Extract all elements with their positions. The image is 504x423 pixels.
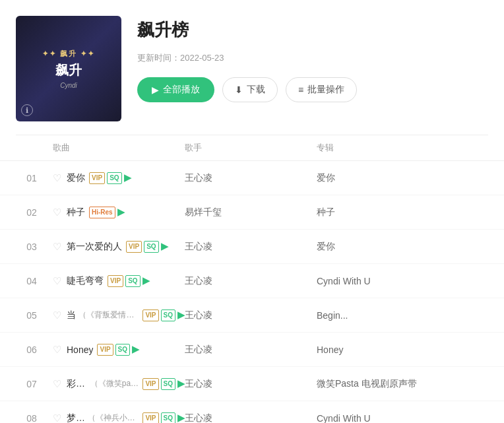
mv-tag: ▶ [161, 240, 168, 253]
song-tags: VIPSQ▶ [108, 275, 150, 288]
table-row[interactable]: 05♡当你（《背叛爱情》电视剧中文版主题曲）VIPSQ▶王心凌Begin... [0, 298, 504, 333]
song-tags: VIPSQ▶ [142, 309, 185, 322]
song-artist: 王心凌 [185, 172, 317, 184]
song-info: ♡HoneyVIPSQ▶ [53, 343, 185, 356]
favorite-icon[interactable]: ♡ [53, 309, 61, 321]
sq-tag: SQ [161, 378, 175, 390]
table-row[interactable]: 03♡第一次爱的人VIPSQ▶王心凌爱你 [0, 230, 504, 264]
sq-tag: SQ [125, 275, 140, 287]
song-name-block: 爱你VIPSQ▶ [67, 172, 185, 185]
table-row[interactable]: 08♡梦的光点（《神兵小将》动画片片头曲）VIPSQ▶王心凌Cyndi With… [0, 401, 504, 423]
col-duration [449, 142, 488, 154]
vip-tag: VIP [89, 172, 105, 184]
song-number: 04 [16, 276, 53, 286]
header-section: ✦✦ 飙升 ✦✦ 飙升 Cyndi ℹ 飙升榜 更新时间：2022-05-23 … [0, 0, 504, 135]
vip-tag: VIP [142, 309, 158, 321]
download-label: 下载 [247, 84, 265, 96]
sq-tag: SQ [161, 412, 175, 424]
table-row[interactable]: 02♡种子Hi-Res▶易烊千玺种子 [0, 195, 504, 230]
song-album: 爱你 [317, 172, 449, 184]
song-name-row: 种子Hi-Res▶ [67, 206, 185, 219]
song-tags: VIPSQ▶ [97, 343, 139, 356]
download-button[interactable]: ⬇ 下载 [222, 77, 278, 102]
song-title: 爱你 [67, 172, 85, 184]
song-subtitle: （《神兵小将》动画片片头曲） [88, 412, 139, 423]
info-section: 飙升榜 更新时间：2022-05-23 ▶ 全部播放 ⬇ 下载 ≡ 批量操作 [137, 16, 488, 102]
song-title: 彩虹的微笑 [67, 378, 86, 390]
song-title: 梦的光点 [67, 412, 84, 424]
favorite-icon[interactable]: ♡ [53, 344, 61, 356]
table-row[interactable]: 01♡爱你VIPSQ▶王心凌爱你 [0, 161, 504, 195]
update-time: 更新时间：2022-05-23 [137, 52, 488, 64]
song-name-block: 睫毛弯弯VIPSQ▶ [67, 275, 185, 288]
song-number: 01 [16, 173, 53, 183]
download-icon: ⬇ [235, 84, 243, 95]
song-list: 01♡爱你VIPSQ▶王心凌爱你02♡种子Hi-Res▶易烊千玺种子03♡第一次… [0, 161, 504, 423]
batch-button[interactable]: ≡ 批量操作 [286, 77, 357, 102]
mv-tag: ▶ [142, 275, 150, 288]
play-icon: ▶ [152, 84, 159, 95]
song-subtitle: （《微笑pasta》电视剧片头曲） [90, 378, 139, 389]
vip-tag: VIP [97, 344, 113, 356]
song-number: 03 [16, 242, 53, 252]
favorite-icon[interactable]: ♡ [53, 207, 61, 218]
song-name-row: 彩虹的微笑（《微笑pasta》电视剧片头曲）VIPSQ▶ [67, 377, 185, 391]
song-subtitle: （《背叛爱情》电视剧中文版主题曲） [79, 309, 139, 321]
col-album: 专辑 [317, 142, 449, 154]
mv-tag: ▶ [132, 343, 139, 356]
song-artist: 王心凌 [185, 344, 317, 356]
col-artist: 歌手 [185, 142, 317, 154]
song-tags: Hi-Res▶ [89, 206, 125, 219]
vip-tag: VIP [126, 241, 142, 253]
song-artist: 王心凌 [185, 309, 317, 321]
table-row[interactable]: 06♡HoneyVIPSQ▶王心凌Honey [0, 333, 504, 367]
song-album: 微笑Pasta 电视剧原声带 [317, 378, 449, 390]
favorite-icon[interactable]: ♡ [53, 275, 61, 287]
play-all-button[interactable]: ▶ 全部播放 [137, 77, 214, 102]
song-info: ♡第一次爱的人VIPSQ▶ [53, 240, 185, 253]
table-row[interactable]: 04♡睫毛弯弯VIPSQ▶王心凌Cyndi With U [0, 264, 504, 298]
favorite-icon[interactable]: ♡ [53, 412, 61, 424]
song-info: ♡种子Hi-Res▶ [53, 206, 185, 219]
song-name-block: 彩虹的微笑（《微笑pasta》电视剧片头曲）VIPSQ▶ [67, 377, 185, 391]
song-info: ♡爱你VIPSQ▶ [53, 172, 185, 185]
song-album: Honey [317, 344, 449, 355]
hires-tag: Hi-Res [89, 207, 115, 218]
sq-tag: SQ [144, 241, 158, 253]
song-number: 08 [16, 413, 53, 424]
song-artist: 王心凌 [185, 378, 317, 390]
album-cover: ✦✦ 飙升 ✦✦ 飙升 Cyndi ℹ [16, 16, 121, 121]
sq-tag: SQ [115, 344, 130, 356]
mv-tag: ▶ [117, 206, 125, 219]
sq-tag: SQ [161, 309, 175, 321]
song-number: 06 [16, 344, 53, 355]
song-title: 睫毛弯弯 [67, 275, 104, 287]
song-tags: VIPSQ▶ [142, 377, 185, 391]
favorite-icon[interactable]: ♡ [53, 172, 61, 184]
mv-tag: ▶ [177, 412, 185, 423]
vip-tag: VIP [142, 378, 158, 390]
song-album: 种子 [317, 207, 449, 218]
song-info: ♡睫毛弯弯VIPSQ▶ [53, 275, 185, 288]
song-title: Honey [67, 344, 93, 355]
song-album: Cyndi With U [317, 276, 449, 286]
song-number: 07 [16, 379, 53, 389]
playlist-title: 飙升榜 [137, 18, 488, 42]
mv-tag: ▶ [177, 309, 185, 322]
song-tags: VIPSQ▶ [142, 412, 185, 423]
vip-tag: VIP [142, 412, 158, 424]
song-number: 02 [16, 207, 53, 218]
song-name-row: 爱你VIPSQ▶ [67, 172, 185, 185]
table-row[interactable]: 07♡彩虹的微笑（《微笑pasta》电视剧片头曲）VIPSQ▶王心凌微笑Past… [0, 367, 504, 401]
mv-tag: ▶ [177, 377, 185, 391]
song-album: 爱你 [317, 241, 449, 253]
favorite-icon[interactable]: ♡ [53, 378, 61, 390]
favorite-icon[interactable]: ♡ [53, 241, 61, 253]
song-name-block: 第一次爱的人VIPSQ▶ [67, 240, 185, 253]
action-buttons: ▶ 全部播放 ⬇ 下载 ≡ 批量操作 [137, 77, 488, 102]
song-info: ♡梦的光点（《神兵小将》动画片片头曲）VIPSQ▶ [53, 412, 185, 423]
info-icon[interactable]: ℹ [21, 104, 33, 116]
table-header: 歌曲 歌手 专辑 [0, 135, 504, 161]
song-album: Begin... [317, 310, 449, 321]
song-title: 当你 [67, 309, 75, 321]
